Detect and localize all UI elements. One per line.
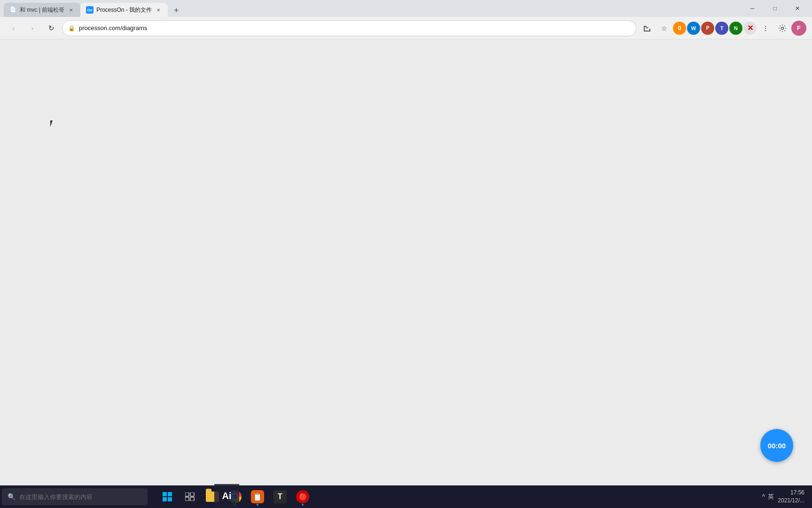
language-indicator[interactable]: 英 [768,492,774,501]
tab-favicon-1: 📄 [9,6,17,14]
extensions-button[interactable]: ⋮ [757,20,773,36]
start-button[interactable] [157,486,178,507]
minimize-button[interactable]: ─ [742,0,763,17]
extension-icon-2[interactable]: W [687,22,700,35]
system-clock[interactable]: 17:56 2021/12/... [778,489,804,505]
search-input[interactable] [19,493,142,500]
svg-rect-2 [168,492,172,496]
close-button[interactable]: ✕ [787,0,808,17]
timer-widget[interactable]: 00:00 [760,429,793,462]
address-bar-container: 🔒 [62,20,636,36]
taskbar-right: ^ 英 17:56 2021/12/... [762,489,810,505]
bookmark-button[interactable]: ☆ [656,20,672,36]
search-bar[interactable]: 🔍 [2,488,148,505]
toolbar-actions: ☆ 0 W P T N ✕ ⋮ F [639,20,806,36]
orange-app-icon: 📋 [251,490,264,503]
svg-rect-4 [168,497,172,501]
browser-frame: 📄 和 mvc | 前端松哥 ✕ On ProcessOn - 我的文件 ✕ +… [0,0,812,508]
extension-icon-5[interactable]: N [729,22,742,35]
title-bar: 📄 和 mvc | 前端松哥 ✕ On ProcessOn - 我的文件 ✕ +… [0,0,812,17]
taskbar-text-editor-app[interactable]: T [270,486,290,507]
tab-title-2: ProcessOn - 我的文件 [96,6,152,14]
task-view-button[interactable] [180,486,200,507]
share-icon [643,24,651,32]
tab-close-2[interactable]: ✕ [155,6,162,14]
tab-strip: 📄 和 mvc | 前端松哥 ✕ On ProcessOn - 我的文件 ✕ + [4,0,740,17]
timer-display: 00:00 [768,442,786,450]
windows-icon [163,492,172,501]
maximize-button[interactable]: □ [764,0,786,17]
svg-rect-5 [185,492,189,496]
taskbar: 🔍 [0,485,812,508]
extension-icon-6[interactable]: ✕ [743,22,757,35]
svg-point-0 [781,27,784,29]
new-tab-button[interactable]: + [170,4,183,17]
toolbar: ‹ › ↻ 🔒 ☆ 0 W P T N ✕ ⋮ [0,17,812,40]
tray-arrow-icon[interactable]: ^ [762,493,765,500]
extension-icon-3[interactable]: P [701,22,714,35]
ai-label: Ai [214,484,239,508]
task-view-icon [185,492,195,501]
taskbar-red-app[interactable]: 🔴 [292,486,313,507]
reload-button[interactable]: ↻ [43,20,59,36]
tab-inactive[interactable]: 📄 和 mvc | 前端松哥 ✕ [4,3,80,17]
tab-title-1: 和 mvc | 前端松哥 [20,6,64,14]
clock-date: 2021/12/... [778,497,804,505]
search-icon: 🔍 [8,493,16,500]
forward-button[interactable]: › [24,20,40,36]
settings-icon-button[interactable] [774,20,790,36]
red-app-icon: 🔴 [296,490,309,503]
svg-rect-1 [163,492,167,496]
svg-rect-7 [185,497,189,501]
extension-icon-4[interactable]: T [715,22,728,35]
tab-active[interactable]: On ProcessOn - 我的文件 ✕ [80,3,168,17]
extension-icon-1[interactable]: 0 [673,22,686,35]
svg-rect-3 [163,497,167,501]
address-input[interactable] [79,24,630,32]
system-tray: ^ 英 [762,492,774,501]
tab-favicon-2: On [86,6,94,14]
window-controls: ─ □ ✕ [742,0,808,17]
lock-icon: 🔒 [68,25,75,32]
back-button[interactable]: ‹ [6,20,22,36]
text-editor-icon: T [273,490,287,503]
share-icon-button[interactable] [639,20,655,36]
svg-rect-6 [190,492,194,496]
cursor [50,120,56,129]
tab-close-1[interactable]: ✕ [67,6,75,14]
profile-button[interactable]: F [791,21,806,36]
svg-rect-8 [190,497,194,501]
main-content: 00:00 [0,40,812,485]
clock-time: 17:56 [778,489,804,497]
settings-icon [779,24,786,32]
taskbar-orange-app[interactable]: 📋 [247,486,268,507]
